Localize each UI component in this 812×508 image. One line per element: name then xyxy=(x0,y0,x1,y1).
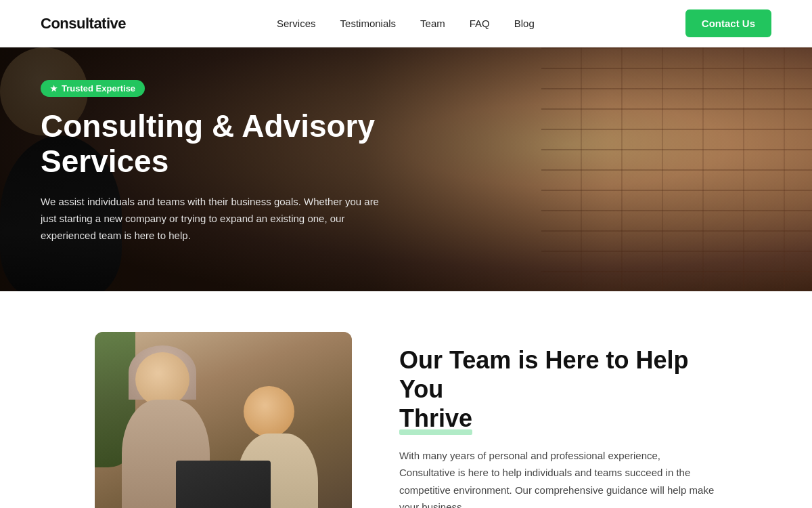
section-two-title-part1: Our Team is Here to Help You xyxy=(399,346,688,403)
team-photo xyxy=(95,332,352,508)
hero-content: ★ Trusted Expertise Consulting & Advisor… xyxy=(0,47,420,276)
photo-laptop xyxy=(176,461,271,508)
photo-person2-head xyxy=(244,386,294,437)
nav-services[interactable]: Services xyxy=(277,18,316,29)
highlight-word-text: Thrive xyxy=(399,404,472,432)
main-nav: Services Testimonials Team FAQ Blog xyxy=(277,18,535,29)
nav-team[interactable]: Team xyxy=(420,18,445,29)
hero-description: We assist individuals and teams with the… xyxy=(41,194,379,244)
nav-faq[interactable]: FAQ xyxy=(470,18,490,29)
section-two-text: Our Team is Here to Help You Thrive With… xyxy=(399,332,717,508)
contact-button[interactable]: Contact Us xyxy=(685,9,771,37)
section-two-description: With many years of personal and professi… xyxy=(399,447,717,508)
section-two: Our Team is Here to Help You Thrive With… xyxy=(0,291,812,508)
hero-title: Consulting & Advisory Services xyxy=(41,109,379,179)
trusted-badge-label: Trusted Expertise xyxy=(62,83,135,93)
nav-blog[interactable]: Blog xyxy=(514,18,535,29)
logo[interactable]: Consultative xyxy=(41,15,126,33)
nav-testimonials[interactable]: Testimonials xyxy=(340,18,397,29)
star-icon: ★ xyxy=(50,84,58,93)
hero-section: ★ Trusted Expertise Consulting & Advisor… xyxy=(0,47,812,291)
section-two-title: Our Team is Here to Help You Thrive xyxy=(399,345,717,433)
header: Consultative Services Testimonials Team … xyxy=(0,0,812,47)
trusted-badge: ★ Trusted Expertise xyxy=(41,80,145,97)
photo-person1-head xyxy=(135,352,189,406)
section-two-title-highlight: Thrive xyxy=(399,404,472,433)
